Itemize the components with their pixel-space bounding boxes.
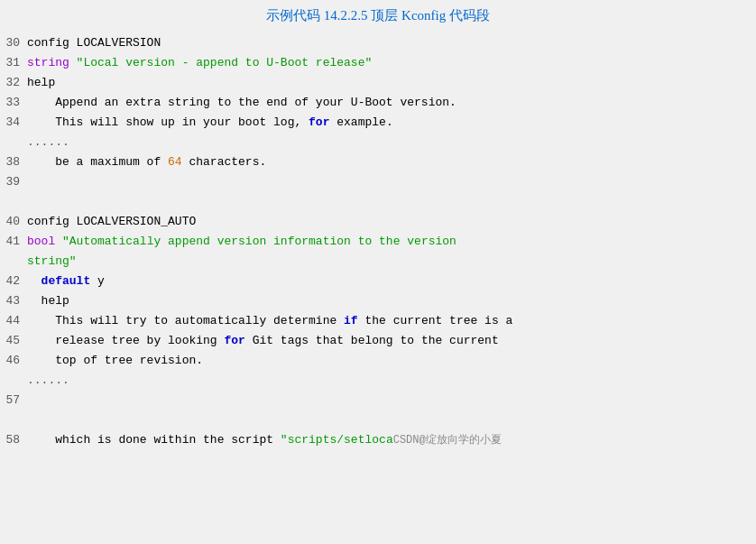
code-token: default [41,274,91,288]
code-line: 39 [0,172,756,192]
code-line: 58 which is done within the script "scri… [0,430,756,450]
line-content: config LOCALVERSION_AUTO [27,212,756,232]
code-line-ellipsis: ...... [0,133,756,152]
page-title: 示例代码 14.2.2.5 顶层 Kconfig 代码段 [0,0,756,30]
line-number: 33 [0,93,27,113]
line-number: 38 [0,152,27,172]
line-content: default y [27,272,756,291]
line-number: 41 [0,232,27,252]
line-content: release tree by looking for Git tags tha… [27,331,756,351]
code-line-ellipsis: ...... [0,371,756,391]
code-token: "Local version - append to U-Boot releas… [77,56,373,69]
line-content: help [27,291,756,311]
code-line [0,410,756,430]
code-line: 41bool "Automatically append version inf… [0,232,756,252]
line-content: bool "Automatically append version infor… [27,232,756,252]
code-token: string [27,56,77,69]
line-content: Append an extra string to the end of you… [27,93,756,113]
line-number: 57 [0,391,27,410]
code-line: 40config LOCALVERSION_AUTO [0,212,756,232]
line-content: This will try to automatically determine… [27,311,756,331]
line-number: 32 [0,73,27,93]
line-number: 40 [0,212,27,232]
line-content: be a maximum of 64 characters. [27,152,756,172]
code-token: bool [27,235,62,248]
code-token: if [344,314,358,327]
line-content: string "Local version - append to U-Boot… [27,53,756,73]
code-line: 45 release tree by looking for Git tags … [0,331,756,351]
line-content: help [27,73,756,93]
code-token: for [224,334,244,347]
code-line: 43 help [0,291,756,311]
line-content: string" [27,252,756,272]
line-content: config LOCALVERSION [27,33,756,53]
line-number: 30 [0,33,27,53]
code-line: 57 [0,391,756,410]
line-number: 42 [0,272,27,291]
code-block: 30config LOCALVERSION31string "Local ver… [0,30,756,454]
watermark-text: CSDN@绽放向学的小夏 [393,434,502,447]
line-number: 46 [0,351,27,371]
line-number: 58 [0,430,27,450]
code-token: "Automatically append version informatio… [62,235,456,248]
code-token: "scripts/setloca [281,433,393,447]
line-number: 31 [0,53,27,73]
line-number: 43 [0,291,27,311]
code-line: 32help [0,73,756,93]
code-line: 42 default y [0,272,756,291]
line-content: which is done within the script "scripts… [27,430,756,450]
code-line: 31string "Local version - append to U-Bo… [0,53,756,73]
code-token: 64 [168,155,182,169]
line-number: 34 [0,113,27,133]
line-content: This will show up in your boot log, for … [27,113,756,133]
code-line: 38 be a maximum of 64 characters. [0,152,756,172]
line-number: 39 [0,172,27,192]
line-content: top of tree revision. [27,351,756,371]
line-number: 44 [0,311,27,331]
code-line: 30config LOCALVERSION [0,33,756,53]
code-line: string" [0,252,756,272]
code-line: 33 Append an extra string to the end of … [0,93,756,113]
code-token: string" [27,254,77,268]
code-line: 46 top of tree revision. [0,351,756,371]
code-line: 44 This will try to automatically determ… [0,311,756,331]
line-number: 45 [0,331,27,351]
code-line: 34 This will show up in your boot log, f… [0,113,756,133]
code-token: for [309,115,329,129]
code-line [0,192,756,212]
